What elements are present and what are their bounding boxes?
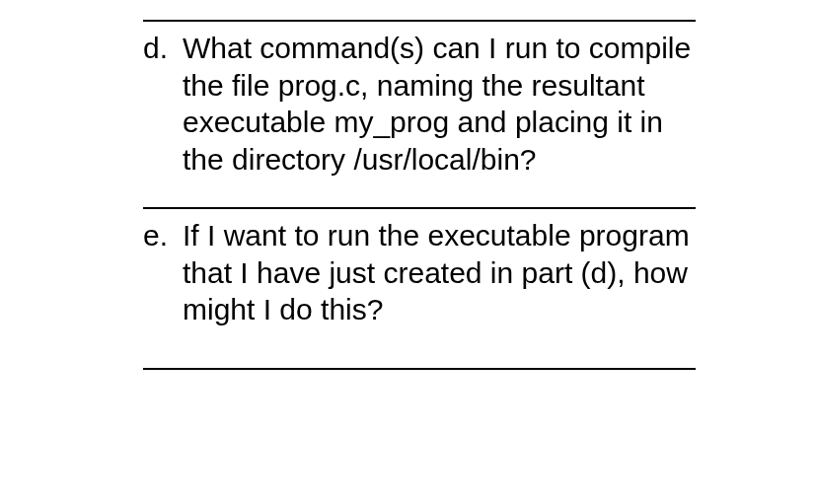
- question-list: d. What command(s) can I run to compile …: [143, 20, 696, 370]
- question-text-d: What command(s) can I run to compile the…: [183, 30, 696, 178]
- question-label-d: d.: [143, 30, 183, 67]
- bottom-rule: [143, 368, 696, 370]
- question-label-e: e.: [143, 217, 183, 254]
- question-d: d. What command(s) can I run to compile …: [143, 20, 696, 207]
- question-e: e. If I want to run the executable progr…: [143, 207, 696, 358]
- question-text-e: If I want to run the executable program …: [183, 217, 696, 328]
